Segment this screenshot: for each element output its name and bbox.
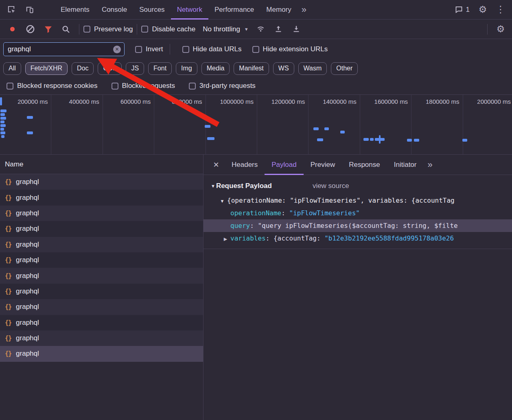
request-row[interactable]: {} graphql	[0, 268, 203, 283]
console-messages-button[interactable]: 1	[451, 5, 474, 14]
disable-cache-checkbox[interactable]: Disable cache	[141, 25, 195, 33]
type-filter-chip[interactable]: Doc	[72, 62, 94, 75]
details-tab[interactable]: Payload	[265, 155, 303, 175]
throttling-select[interactable]: No throttling ▾	[199, 25, 252, 33]
devtools-tab[interactable]: Elements	[55, 0, 96, 20]
request-row[interactable]: {} graphql	[0, 252, 203, 268]
type-filter-chip[interactable]: Font	[148, 62, 172, 75]
export-har-icon[interactable]	[287, 20, 305, 38]
request-row[interactable]: {} graphql	[0, 221, 203, 236]
divider	[487, 24, 488, 35]
type-filter-chip[interactable]: CSS	[98, 62, 122, 75]
chip-label: Fetch/XHR	[31, 65, 62, 72]
request-row[interactable]: {} graphql	[0, 190, 203, 205]
filter-input[interactable]: graphql ✕	[3, 42, 125, 56]
request-row[interactable]: {} graphql	[0, 284, 203, 299]
waterfall-bar	[313, 127, 319, 130]
view-source-link[interactable]: view source	[313, 182, 349, 190]
request-row[interactable]: {} graphql	[0, 299, 203, 315]
divider	[137, 24, 137, 35]
disable-cache-label: Disable cache	[152, 25, 195, 33]
hide-data-urls-checkbox[interactable]: Hide data URLs	[182, 45, 242, 53]
devtools-tab[interactable]: Performance	[208, 0, 260, 20]
tree-divider	[203, 249, 512, 249]
type-filter-chip[interactable]: Other	[331, 62, 358, 75]
extra-filter-checkbox[interactable]: Blocked response cookies	[7, 82, 98, 90]
expander-open-icon[interactable]: ▼	[218, 195, 226, 207]
details-tab[interactable]: Preview	[304, 155, 342, 175]
json-braces-icon: {}	[5, 303, 11, 311]
devtools-tab[interactable]: Sources	[133, 0, 171, 20]
json-value: "query ipFlowTimeseries($accountTag: str…	[258, 222, 457, 230]
request-row[interactable]: {} graphql	[0, 315, 203, 330]
record-button[interactable]	[3, 20, 21, 38]
waterfall-bar	[0, 117, 6, 120]
payload-line-operation[interactable]: operationName: "ipFlowTimeseries"	[203, 207, 512, 219]
clear-network-log-icon[interactable]	[21, 20, 39, 38]
type-filter-chip[interactable]: WS	[273, 62, 294, 75]
upload-glyph	[274, 25, 283, 34]
type-filter-chip[interactable]: Media	[201, 62, 230, 75]
request-row[interactable]: {} graphql	[0, 330, 203, 346]
request-row[interactable]: {} graphql	[0, 174, 203, 190]
network-conditions-icon[interactable]	[252, 20, 269, 38]
checkbox-box	[141, 26, 148, 33]
more-details-tabs-icon[interactable]: »	[423, 155, 436, 175]
request-name: graphql	[16, 209, 39, 217]
extra-filter-checkbox[interactable]: Blocked requests	[112, 82, 175, 90]
json-string-value: "ipFlowTimeseries"	[289, 209, 360, 217]
type-filter-chip[interactable]: JS	[126, 62, 144, 75]
payload-line-query[interactable]: query: "query ipFlowTimeseries($accountT…	[203, 219, 512, 232]
kebab-menu-icon[interactable]: ⋮	[492, 1, 510, 19]
devtools-tab-label: Elements	[61, 6, 90, 14]
type-filter-chip[interactable]: All	[3, 62, 21, 75]
filter-row: graphql ✕ Invert Hide data URLs Hide ext…	[0, 39, 512, 59]
close-details-icon[interactable]: ✕	[208, 155, 225, 175]
waterfall-bar	[407, 139, 412, 142]
details-tab[interactable]: Initiator	[387, 155, 424, 175]
details-tab[interactable]: Response	[342, 155, 387, 175]
inspect-element-icon[interactable]	[2, 1, 20, 19]
json-braces-icon: {}	[5, 225, 11, 232]
request-row[interactable]: {} graphql	[0, 206, 203, 221]
device-toolbar-icon[interactable]	[20, 1, 38, 19]
inspect-element-glyph	[7, 5, 16, 14]
name-column-header[interactable]: Name	[0, 155, 203, 174]
waterfall-bar	[414, 139, 419, 142]
network-settings-gear-icon[interactable]: ⚙	[492, 20, 510, 38]
filter-funnel-icon[interactable]	[39, 20, 57, 38]
type-filter-chip[interactable]: Fetch/XHR	[25, 62, 68, 75]
type-filter-chip[interactable]: Wasm	[298, 62, 327, 75]
devtools-topbar: Elements Console Sources Network Perform…	[0, 0, 512, 20]
more-panels-icon[interactable]: »	[298, 0, 311, 20]
clear-filter-icon[interactable]: ✕	[113, 46, 121, 53]
collapse-section-icon[interactable]: ▼	[211, 184, 215, 188]
colon: :	[266, 234, 274, 242]
payload-root-line[interactable]: ▼{operationName: "ipFlowTimeseries", var…	[203, 194, 512, 207]
search-icon[interactable]	[57, 20, 75, 38]
checkbox-box	[252, 46, 259, 53]
extra-filter-label: Blocked requests	[122, 82, 175, 90]
waterfall-overview[interactable]: 200000 ms 400000 ms 600000 ms 800000 ms …	[0, 94, 512, 155]
topbar-right-controls: 1 ⚙ ⋮	[451, 1, 512, 19]
type-filter-chip[interactable]: Img	[176, 62, 197, 75]
preserve-log-checkbox[interactable]: Preserve log	[83, 25, 133, 33]
import-har-icon[interactable]	[269, 20, 287, 38]
payload-line-variables[interactable]: ▶variables: {accountTag: "b12e3b2192ee55…	[203, 232, 512, 245]
chip-label: Font	[153, 65, 166, 72]
request-row[interactable]: {} graphql	[0, 346, 203, 361]
invert-checkbox[interactable]: Invert	[135, 45, 163, 53]
hide-extension-urls-checkbox[interactable]: Hide extension URLs	[252, 45, 328, 53]
details-tab-label: Initiator	[394, 161, 417, 169]
settings-gear-icon[interactable]: ⚙	[474, 1, 492, 19]
request-name: graphql	[16, 194, 39, 202]
details-tab[interactable]: Headers	[225, 155, 265, 175]
extra-filter-checkbox[interactable]: 3rd-party requests	[189, 82, 256, 90]
devtools-tab[interactable]: Memory	[260, 0, 297, 20]
chip-label: WS	[278, 65, 289, 72]
expander-closed-icon[interactable]: ▶	[221, 233, 230, 245]
devtools-tab[interactable]: Network	[171, 0, 208, 20]
request-row[interactable]: {} graphql	[0, 237, 203, 252]
type-filter-chip[interactable]: Manifest	[234, 62, 269, 75]
devtools-tab[interactable]: Console	[96, 0, 133, 20]
